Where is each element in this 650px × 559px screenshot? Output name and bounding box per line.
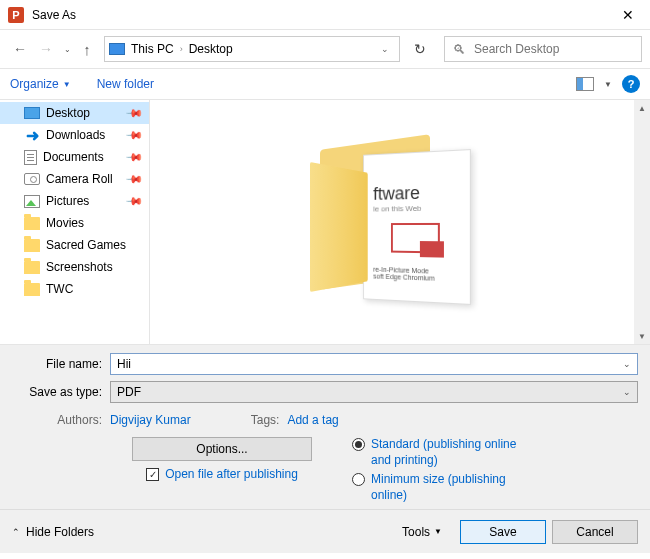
folder-icon [24,239,40,252]
sidebar-item-screenshots[interactable]: Screenshots [0,256,149,278]
optimize-standard-radio[interactable]: Standard (publishing online and printing… [352,437,521,468]
hide-folders-button[interactable]: ⌃ Hide Folders [12,525,94,539]
bottom-form: File name: Hii ⌄ Save as type: PDF ⌄ Aut… [0,344,650,509]
close-button[interactable]: ✕ [606,0,650,30]
refresh-button[interactable]: ↻ [406,36,434,62]
savetype-value: PDF [117,385,141,399]
filename-label: File name: [12,357,110,371]
download-icon: ➜ [24,126,40,145]
radio-icon [352,438,365,451]
filename-input[interactable]: Hii ⌄ [110,353,638,375]
save-button[interactable]: Save [460,520,546,544]
sidebar-item-movies[interactable]: Movies [0,212,149,234]
chevron-right-icon: › [180,44,183,54]
radio-icon [352,473,365,486]
authors-value[interactable]: Digvijay Kumar [110,413,191,427]
savetype-label: Save as type: [12,385,110,399]
navbar: ← → ⌄ ↑ This PC › Desktop ⌄ ↻ 🔍︎ [0,30,650,68]
sidebar-item-sacredgames[interactable]: Sacred Games [0,234,149,256]
sidebar-item-label: Screenshots [46,260,113,274]
sidebar-item-twc[interactable]: TWC [0,278,149,300]
tags-label: Tags: [251,413,280,427]
organize-button[interactable]: Organize ▼ [10,77,71,91]
search-box[interactable]: 🔍︎ [444,36,642,62]
sidebar-item-label: Downloads [46,128,105,142]
radio-label: Minimum size (publishing online) [371,472,521,503]
folder-icon [24,261,40,274]
pin-icon: 📌 [124,103,143,122]
sidebar-item-pictures[interactable]: Pictures 📌 [0,190,149,212]
preview-text: ftware [373,182,459,205]
forward-button[interactable]: → [34,37,58,61]
filename-value: Hii [117,357,131,371]
caret-up-icon: ⌃ [12,527,20,537]
breadcrumb[interactable]: This PC › Desktop ⌄ [104,36,400,62]
options-button[interactable]: Options... [132,437,312,461]
folder-icon [24,217,40,230]
pin-icon: 📌 [124,169,143,188]
tools-label: Tools [402,525,430,539]
sidebar-item-label: Sacred Games [46,238,126,252]
sidebar[interactable]: Desktop 📌 ➜ Downloads 📌 Documents 📌 Came… [0,100,150,344]
chevron-down-icon: ▼ [434,527,442,536]
tags-value[interactable]: Add a tag [287,413,338,427]
hide-folders-label: Hide Folders [26,525,94,539]
pictures-icon [24,195,40,208]
camera-icon [24,173,40,185]
titlebar: P Save As ✕ [0,0,650,30]
search-icon: 🔍︎ [453,42,466,57]
footer: ⌃ Hide Folders Tools ▼ Save Cancel [0,509,650,553]
authors-label: Authors: [12,413,110,427]
up-button[interactable]: ↑ [76,38,98,60]
toolbar: Organize ▼ New folder ▼ ? [0,68,650,100]
sidebar-item-label: TWC [46,282,73,296]
folder-icon [24,283,40,296]
chevron-down-icon: ▼ [63,80,71,89]
savetype-dropdown[interactable]: ⌄ [623,387,631,397]
help-button[interactable]: ? [622,75,640,93]
breadcrumb-pc[interactable]: This PC [131,42,174,56]
window-title: Save As [32,8,606,22]
cancel-button[interactable]: Cancel [552,520,638,544]
breadcrumb-location[interactable]: Desktop [189,42,233,56]
organize-label: Organize [10,77,59,91]
new-folder-button[interactable]: New folder [97,77,154,91]
sidebar-item-label: Desktop [46,106,90,120]
view-dropdown[interactable]: ▼ [604,80,612,89]
sidebar-item-cameraroll[interactable]: Camera Roll 📌 [0,168,149,190]
tools-button[interactable]: Tools ▼ [402,525,442,539]
openafter-label: Open file after publishing [165,467,298,481]
sidebar-item-downloads[interactable]: ➜ Downloads 📌 [0,124,149,146]
document-icon [24,150,37,165]
sidebar-item-label: Documents [43,150,104,164]
scroll-up-icon[interactable]: ▲ [634,100,650,116]
new-folder-label: New folder [97,77,154,91]
history-dropdown[interactable]: ⌄ [60,45,74,54]
preview-text: soft Edge Chromium [373,273,459,283]
folder-preview[interactable]: ftware le on this Web re-In-Picture Mode… [310,132,490,312]
sidebar-item-desktop[interactable]: Desktop 📌 [0,102,149,124]
checkbox-icon: ✓ [146,468,159,481]
pc-icon [109,43,125,55]
savetype-select[interactable]: PDF ⌄ [110,381,638,403]
sidebar-item-label: Pictures [46,194,89,208]
openafter-checkbox[interactable]: ✓ Open file after publishing [146,467,298,481]
content-pane[interactable]: ftware le on this Web re-In-Picture Mode… [150,100,650,344]
pin-icon: 📌 [124,191,143,210]
radio-label: Standard (publishing online and printing… [371,437,521,468]
desktop-icon [24,107,40,119]
view-button[interactable] [576,77,594,91]
search-input[interactable] [474,42,633,56]
pin-icon: 📌 [124,147,143,166]
sidebar-item-label: Movies [46,216,84,230]
optimize-minimum-radio[interactable]: Minimum size (publishing online) [352,472,521,503]
content-scrollbar[interactable]: ▲ ▼ [634,100,650,344]
filename-dropdown[interactable]: ⌄ [623,359,631,369]
sidebar-item-documents[interactable]: Documents 📌 [0,146,149,168]
breadcrumb-dropdown[interactable]: ⌄ [375,44,395,54]
scroll-down-icon[interactable]: ▼ [634,328,650,344]
back-button[interactable]: ← [8,37,32,61]
body: Desktop 📌 ➜ Downloads 📌 Documents 📌 Came… [0,100,650,344]
sidebar-item-label: Camera Roll [46,172,113,186]
pin-icon: 📌 [124,125,143,144]
